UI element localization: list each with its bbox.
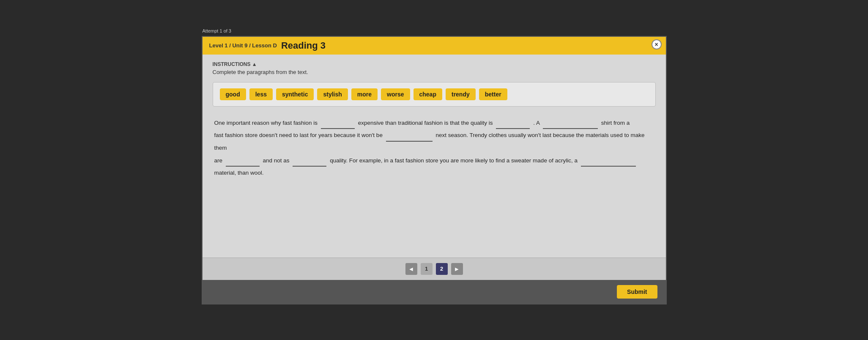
word-chip-worse[interactable]: worse <box>381 88 410 100</box>
word-chip-synthetic[interactable]: synthetic <box>276 88 314 100</box>
word-chip-less[interactable]: less <box>249 88 273 100</box>
para-sentence4: material, than wool. <box>214 170 264 176</box>
word-chip-good[interactable]: good <box>220 88 246 100</box>
close-button[interactable]: × <box>652 39 662 49</box>
para-sentence3-middle: and not as <box>263 157 290 164</box>
word-chip-more[interactable]: more <box>351 88 378 100</box>
instructions-text: Complete the paragraphs from the text. <box>213 69 656 75</box>
navigation-bar: ◄ 1 2 ► <box>203 258 666 280</box>
blank-1[interactable] <box>321 121 355 129</box>
blank-6[interactable] <box>293 158 326 167</box>
blank-3[interactable] <box>543 121 598 129</box>
word-bank: good less synthetic stylish more worse c… <box>213 82 656 107</box>
para-sentence2: fast fashion store doesn't need to last … <box>214 132 383 138</box>
para-sentence1-before: One important reason why fast fashion is <box>214 120 318 126</box>
para-sentence1-after1: expensive than traditional fashion is th… <box>358 120 493 126</box>
word-chip-cheap[interactable]: cheap <box>413 88 442 100</box>
blank-4[interactable] <box>386 133 433 142</box>
prev-page-button[interactable]: ◄ <box>405 263 417 275</box>
attempt-label: Attempt 1 of 3 <box>203 28 231 33</box>
page-1-button[interactable]: 1 <box>421 263 433 275</box>
word-chip-better[interactable]: better <box>479 88 507 100</box>
para-sentence3-after: quality. For example, in a fast fashion … <box>330 157 578 164</box>
paragraph-area: One important reason why fast fashion is… <box>213 117 656 179</box>
submit-button[interactable]: Submit <box>617 285 657 299</box>
blank-5[interactable] <box>226 158 260 167</box>
word-chip-trendy[interactable]: trendy <box>446 88 476 100</box>
para-sentence1-after3: shirt from a <box>601 120 630 126</box>
breadcrumb: Level 1 / Unit 9 / Lesson D <box>209 42 277 49</box>
para-sentence3-before: are <box>214 157 223 164</box>
para-sentence1-after2: . A <box>533 120 539 126</box>
bottom-bar: Submit <box>203 280 666 304</box>
word-chip-stylish[interactable]: stylish <box>317 88 348 100</box>
page-2-button[interactable]: 2 <box>436 263 448 275</box>
blank-2[interactable] <box>496 121 530 129</box>
next-page-button[interactable]: ► <box>451 263 463 275</box>
blank-7[interactable] <box>581 158 636 167</box>
instructions-label: INSTRUCTIONS ▲ <box>213 61 656 67</box>
lesson-title: Reading 3 <box>281 40 326 51</box>
